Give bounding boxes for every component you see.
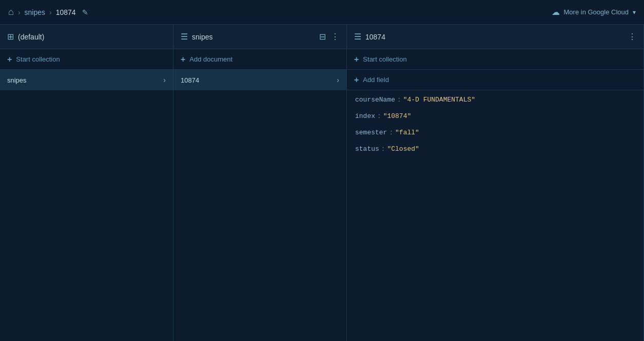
field-key-index: index [355,112,375,120]
more-google-cloud-button[interactable]: ☁ More in Google Cloud ▾ [552,7,636,17]
start-collection-label: Start collection [16,55,60,63]
database-icon-left: ⊞ [7,32,14,42]
plus-icon-start-collection-right: + [354,55,359,64]
breadcrumb-snipes[interactable]: snipes [25,8,45,16]
breadcrumb-sep-1: › [18,8,21,16]
start-collection-label-right: Start collection [363,55,406,63]
add-document-button[interactable]: + Add document [173,49,346,70]
field-courseName: courseName : "4-D FUNDAMENTALS" [355,95,635,104]
field-index: index : "10874" [355,112,635,120]
field-value-courseName[interactable]: "4-D FUNDAMENTALS" [403,96,475,104]
left-col-header: ⊞ (default) [0,25,173,49]
start-collection-button-right[interactable]: + Start collection [347,49,643,70]
filter-icon[interactable]: ⊟ [319,32,326,42]
left-column: ⊞ (default) + Start collection snipes › [0,25,173,341]
breadcrumb-10874: 10874 [56,8,76,16]
start-collection-button-left[interactable]: + Start collection [0,49,173,70]
document-item-10874-label: 10874 [181,76,199,84]
field-value-status[interactable]: "Closed" [387,145,419,153]
add-field-button[interactable]: + Add field [347,70,643,90]
top-nav-bar: ⌂ › snipes › 10874 ✎ ☁ More in Google Cl… [0,0,644,25]
right-col-header: ☰ 10874 ⋮ [347,25,643,49]
chevron-right-icon-10874: › [337,76,339,84]
document-fields: courseName : "4-D FUNDAMENTALS" index : … [347,90,643,158]
mid-col-title: snipes [192,33,315,41]
field-key-courseName: courseName [355,96,395,104]
right-col-actions: ⋮ [628,32,636,42]
breadcrumb-sep-2: › [49,8,52,16]
field-semester: semester : "fall" [355,128,635,136]
more-options-icon-mid[interactable]: ⋮ [331,32,339,42]
main-content: ⊞ (default) + Start collection snipes › … [0,25,644,341]
breadcrumb-area: ⌂ › snipes › 10874 ✎ [8,7,88,17]
cloud-icon: ☁ [552,7,560,17]
plus-icon-add-field: + [354,75,359,85]
edit-icon[interactable]: ✎ [82,8,88,16]
chevron-right-icon-snipes: › [163,76,166,84]
collection-icon-mid: ☰ [181,32,188,42]
dropdown-arrow-icon: ▾ [633,9,636,16]
field-status: status : "Closed" [355,145,635,153]
field-colon-3: : [382,145,384,152]
collection-item-snipes[interactable]: snipes › [0,70,173,90]
field-value-index[interactable]: "10874" [383,112,412,120]
document-icon-right: ☰ [354,32,361,42]
collection-item-snipes-label: snipes [7,76,27,84]
more-options-icon-right[interactable]: ⋮ [628,32,636,42]
add-field-label: Add field [363,76,389,84]
mid-col-actions: ⊟ ⋮ [319,32,339,42]
field-colon-0: : [398,95,400,103]
field-value-semester[interactable]: "fall" [395,129,419,136]
right-column: ☰ 10874 ⋮ + Start collection + Add field… [347,25,644,341]
plus-icon-start-collection: + [7,55,12,64]
more-google-cloud-label: More in Google Cloud [564,8,629,16]
add-document-label: Add document [189,55,232,63]
home-icon[interactable]: ⌂ [8,7,14,17]
mid-col-header: ☰ snipes ⊟ ⋮ [173,25,346,49]
mid-column: ☰ snipes ⊟ ⋮ + Add document 10874 › [173,25,347,341]
plus-icon-add-doc: + [181,55,185,64]
field-colon-2: : [390,128,392,136]
document-item-10874[interactable]: 10874 › [173,70,346,90]
right-col-title: 10874 [365,33,624,41]
left-col-title: (default) [18,33,166,41]
field-colon-1: : [378,112,380,119]
field-key-status: status [355,145,379,153]
field-key-semester: semester [355,129,387,136]
